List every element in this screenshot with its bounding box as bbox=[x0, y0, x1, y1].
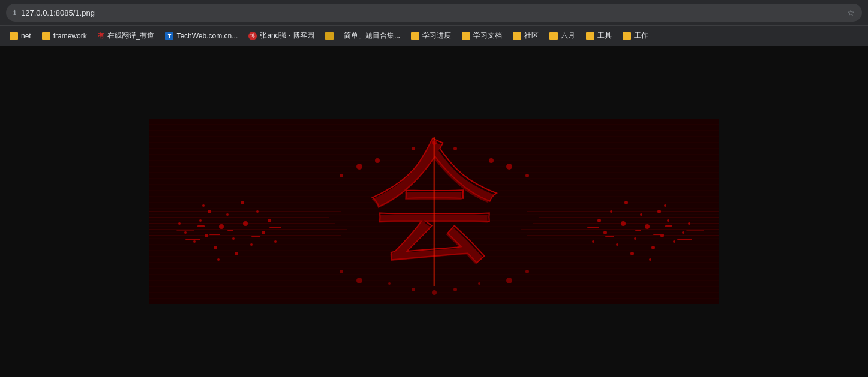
address-bar-row: ℹ 127.0.0.1:8085/1.png ☆ bbox=[0, 0, 868, 25]
page-content: 会 会 bbox=[0, 46, 868, 377]
bookmark-simple[interactable]: 「简单」题目合集... bbox=[320, 29, 405, 43]
bookmark-tools[interactable]: 工具 bbox=[581, 29, 617, 43]
svg-point-92 bbox=[525, 174, 529, 177]
svg-point-97 bbox=[356, 278, 362, 283]
bookmark-label-cnblogs: 张and强 - 博客园 bbox=[260, 31, 314, 41]
bookmark-label-docs: 学习文档 bbox=[473, 31, 502, 41]
svg-point-78 bbox=[624, 201, 628, 204]
info-icon: ℹ bbox=[13, 8, 16, 17]
svg-point-44 bbox=[184, 231, 187, 234]
youdao-favicon: 有 bbox=[98, 31, 104, 40]
address-bar[interactable]: ℹ 127.0.0.1:8085/1.png ☆ bbox=[6, 4, 862, 22]
svg-point-75 bbox=[630, 252, 634, 255]
svg-rect-53 bbox=[197, 225, 205, 227]
bookmark-label-progress: 学习进度 bbox=[422, 31, 451, 41]
bookmark-framework[interactable]: framework bbox=[37, 30, 92, 42]
artwork-svg: 会 会 bbox=[149, 119, 719, 304]
svg-point-104 bbox=[388, 282, 391, 285]
svg-point-45 bbox=[268, 219, 271, 222]
bookmark-label-tools: 工具 bbox=[597, 31, 612, 41]
svg-point-40 bbox=[262, 231, 265, 234]
cnblogs-favicon: 博 bbox=[248, 32, 257, 40]
svg-point-66 bbox=[673, 240, 675, 243]
svg-point-94 bbox=[412, 147, 415, 150]
bookmark-label-youdao: 在线翻译_有道 bbox=[107, 31, 155, 41]
bookmark-label-work: 工作 bbox=[634, 31, 648, 41]
svg-point-39 bbox=[193, 240, 196, 243]
bookmark-june[interactable]: 六月 bbox=[545, 29, 580, 43]
svg-point-98 bbox=[340, 270, 343, 273]
svg-point-60 bbox=[645, 224, 650, 229]
svg-point-35 bbox=[232, 237, 235, 240]
svg-point-70 bbox=[616, 243, 618, 246]
svg-point-33 bbox=[219, 224, 224, 229]
svg-point-102 bbox=[453, 288, 457, 291]
bookmark-techweb[interactable]: T TechWeb.com.cn... bbox=[160, 30, 242, 42]
svg-point-51 bbox=[241, 201, 244, 204]
svg-point-103 bbox=[432, 290, 437, 295]
bookmarks-bar: net framework 有 在线翻译_有道 T TechWeb.com.cn… bbox=[0, 25, 868, 46]
svg-point-48 bbox=[235, 252, 238, 255]
svg-point-100 bbox=[525, 270, 529, 273]
bookmark-docs[interactable]: 学习文档 bbox=[457, 29, 507, 43]
svg-point-67 bbox=[603, 231, 607, 234]
browser-chrome: ℹ 127.0.0.1:8085/1.png ☆ net framework 有… bbox=[0, 0, 868, 46]
svg-point-37 bbox=[199, 219, 202, 222]
svg-point-62 bbox=[634, 237, 636, 240]
svg-point-88 bbox=[356, 164, 362, 170]
folder-icon-docs bbox=[462, 32, 470, 40]
main-image: 会 会 bbox=[149, 119, 719, 304]
svg-point-72 bbox=[597, 219, 601, 222]
svg-point-99 bbox=[506, 278, 512, 283]
svg-point-79 bbox=[592, 240, 594, 243]
bookmark-label-community: 社区 bbox=[524, 31, 539, 41]
svg-point-49 bbox=[217, 258, 220, 261]
svg-point-93 bbox=[489, 158, 494, 163]
svg-point-77 bbox=[664, 204, 666, 207]
svg-point-95 bbox=[453, 147, 457, 150]
svg-point-36 bbox=[214, 246, 217, 249]
folder-icon-tools bbox=[586, 32, 594, 40]
svg-rect-59 bbox=[269, 227, 281, 228]
bookmark-net[interactable]: net bbox=[5, 30, 36, 42]
bookmark-label-june: 六月 bbox=[561, 31, 575, 41]
svg-point-41 bbox=[226, 213, 229, 216]
svg-point-105 bbox=[478, 282, 480, 285]
svg-rect-80 bbox=[665, 225, 672, 227]
svg-point-90 bbox=[375, 158, 380, 163]
bookmark-label-simple: 「简单」题目合集... bbox=[337, 31, 400, 41]
bookmark-community[interactable]: 社区 bbox=[508, 29, 543, 43]
svg-point-64 bbox=[667, 219, 669, 222]
svg-rect-83 bbox=[677, 239, 692, 240]
bookmark-star-icon[interactable]: ☆ bbox=[847, 8, 855, 17]
bookmark-label-framework: framework bbox=[53, 32, 87, 40]
folder-icon-june bbox=[549, 32, 558, 40]
svg-point-89 bbox=[340, 174, 343, 177]
bookmark-work[interactable]: 工作 bbox=[618, 29, 653, 43]
svg-point-50 bbox=[202, 204, 205, 207]
svg-point-71 bbox=[682, 231, 684, 234]
folder-icon-progress bbox=[411, 32, 419, 40]
bookmark-youdao[interactable]: 有 在线翻译_有道 bbox=[93, 29, 160, 43]
url-text: 127.0.0.1:8085/1.png bbox=[21, 8, 842, 17]
bookmark-label-net: net bbox=[21, 32, 31, 40]
bookmark-cnblogs[interactable]: 博 张and强 - 博客园 bbox=[244, 29, 319, 43]
svg-rect-56 bbox=[185, 239, 200, 240]
folder-icon-community bbox=[513, 32, 521, 40]
folder-icon-work bbox=[623, 32, 631, 40]
svg-point-43 bbox=[250, 243, 253, 246]
svg-rect-86 bbox=[587, 227, 599, 228]
svg-point-91 bbox=[506, 164, 512, 170]
techweb-favicon: T bbox=[165, 32, 173, 40]
folder-icon-net bbox=[10, 32, 18, 40]
svg-rect-81 bbox=[653, 234, 664, 235]
svg-point-96 bbox=[432, 140, 437, 145]
bookmark-progress[interactable]: 学习进度 bbox=[406, 29, 456, 43]
bookmark-label-techweb: TechWeb.com.cn... bbox=[176, 32, 238, 40]
svg-point-101 bbox=[412, 288, 415, 291]
folder-icon-framework bbox=[42, 32, 50, 40]
svg-point-63 bbox=[651, 246, 655, 249]
svg-point-76 bbox=[649, 258, 651, 261]
svg-point-52 bbox=[274, 240, 277, 243]
simple-favicon bbox=[325, 32, 334, 40]
